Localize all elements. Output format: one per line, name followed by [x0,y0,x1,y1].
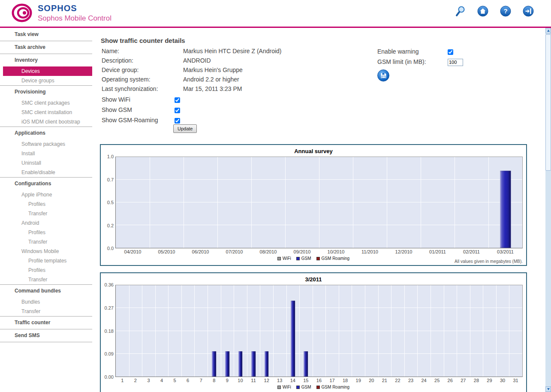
h-gridline [116,331,522,331]
bar-gsm-14 [291,301,295,377]
sidebar-item-windows-mobile[interactable]: Windows Mobile [3,247,92,256]
sidebar-item-transfer[interactable]: Transfer [3,209,92,218]
x-tick-label: 15 [299,378,313,383]
sidebar-section-task-view[interactable]: Task view [0,28,95,41]
sidebar-section-inventory[interactable]: Inventory [0,54,95,66]
save-button[interactable] [377,69,389,81]
sidebar-item-device-groups[interactable]: Device groups [3,76,92,85]
x-tick-label: 25 [431,378,444,383]
y-tick-label: 0.00 [105,375,114,380]
detail-row: Operating system:Android 2.2 or higher [102,75,282,84]
sidebar-item-profiles[interactable]: Profiles [3,265,92,275]
sidebar-section-command-bundles[interactable]: Command bundles [0,285,95,297]
y-axis: 0.00.20.50.71.0 [102,157,115,248]
v-gridline [387,157,387,248]
legend-label: GSM Roaming [322,385,350,389]
device-details: Name:Markus Hein HTC Desire Z (Android)D… [102,46,282,93]
y-tick-label: 1.0 [107,154,114,159]
x-tick-label: 01/2011 [421,249,455,254]
warning-panel: Enable warning GSM limit (in MB): [377,46,463,81]
vertical-scrollbar[interactable] [545,28,551,392]
sidebar-item-uninstall[interactable]: Uninstall [3,158,92,168]
legend-label: WiFi [283,385,291,389]
y-tick-label: 0.5 [107,200,114,205]
v-gridline [129,285,129,377]
sophos-logo [10,3,33,23]
sidebar-item-devices[interactable]: Devices [3,66,92,76]
legend-item-wifi: WiFi [277,385,291,389]
x-tick-label: 1 [116,378,129,383]
sidebar-item-install[interactable]: Install [3,149,92,158]
toggle-label: Show WiFi [102,94,175,105]
v-gridline [404,285,405,377]
sidebar-item-smc-client-packages[interactable]: SMC client packages [3,98,92,108]
sidebar-item-profile-templates[interactable]: Profile templates [3,256,92,265]
bar-gsm-9 [225,351,229,377]
legend-swatch [316,257,320,260]
sidebar-section-traffic-counter[interactable]: Traffic counter [0,317,95,329]
sidebar-item-profiles[interactable]: Profiles [3,228,92,237]
x-tick-label: 07/2010 [217,249,251,254]
brand-name: SOPHOS [38,3,111,13]
help-icon[interactable]: ? [500,6,511,17]
v-gridline [455,157,455,248]
sidebar-item-transfer[interactable]: Transfer [3,307,92,316]
x-tick-label: 19 [352,378,365,383]
sidebar-section-applications[interactable]: Applications [0,127,95,139]
enable-warning-checkbox[interactable] [448,49,453,55]
x-tick-label: 11/2010 [353,249,387,254]
v-gridline [234,285,234,377]
x-tick-label: 08/2010 [251,249,285,254]
search-icon[interactable] [455,5,466,18]
checkbox-show-gsm[interactable] [175,108,180,113]
scroll-up-icon[interactable] [545,28,551,33]
x-tick-label: 7 [194,378,208,383]
sidebar-section-provisioning[interactable]: Provisioning [0,86,95,98]
svg-text:?: ? [503,7,507,15]
checkbox-show-wifi[interactable] [175,97,180,103]
sidebar-section-configurations[interactable]: Configurations [0,178,95,190]
v-gridline [417,285,418,377]
home-icon[interactable] [477,6,488,17]
sidebar-item-transfer[interactable]: Transfer [3,275,92,284]
sidebar-section-task-archive[interactable]: Task archive [0,41,95,54]
x-tick-label: 31 [509,378,522,383]
v-gridline [251,157,252,248]
scroll-down-icon[interactable] [545,386,551,392]
toggle-row: Show GSM [102,105,180,115]
logout-icon[interactable] [523,6,534,17]
page: SOPHOS Sophos Mobile Control ? [0,0,551,392]
y-tick-label: 0.2 [107,223,114,228]
enable-warning-row: Enable warning [377,46,463,57]
bar-gsm-11 [251,351,256,377]
v-gridline [378,285,379,377]
detail-label: Name: [102,46,183,56]
gsm-limit-input[interactable] [448,59,463,66]
sidebar-item-bundles[interactable]: Bundles [3,297,92,307]
legend-item-gsm-roaming: GSM Roaming [316,256,350,261]
sidebar-item-android[interactable]: Android [3,218,92,228]
detail-row: Name:Markus Hein HTC Desire Z (Android) [102,46,282,56]
x-tick-label: 05/2010 [150,249,184,254]
sidebar-item-ios-mdm-client-bootstrap[interactable]: iOS MDM client bootstrap [3,117,92,127]
x-tick-label: 24 [417,378,431,383]
sidebar-item-apple-iphone[interactable]: Apple iPhone [3,190,92,199]
toggle-label: Show GSM [102,105,175,115]
app-title: Sophos Mobile Control [38,14,111,23]
sidebar-section-send-sms[interactable]: Send SMS [0,329,95,342]
sidebar-item-transfer[interactable]: Transfer [3,237,92,247]
sidebar-item-profiles[interactable]: Profiles [3,199,92,209]
sidebar-separator [0,342,92,342]
bar-gsm-15 [304,351,308,377]
x-tick-label: 20 [365,378,378,383]
v-gridline [488,157,489,248]
logo-wrap: SOPHOS Sophos Mobile Control [10,3,111,23]
save-icon [380,72,387,79]
sidebar-item-software-packages[interactable]: Software packages [3,139,92,149]
checkbox-show-gsm-roaming[interactable] [175,118,180,124]
update-button[interactable]: Update [173,124,197,133]
scrollbar-thumb[interactable] [545,34,551,171]
sidebar-item-smc-client-installation[interactable]: SMC client installation [3,108,92,117]
sidebar-item-enable-disable[interactable]: Enable/disable [3,168,92,177]
legend-swatch [277,257,281,260]
